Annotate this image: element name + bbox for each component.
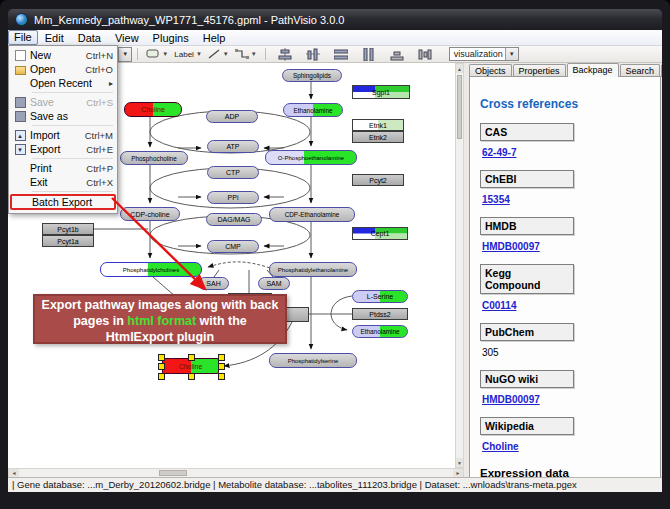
file-menu-item-save-as[interactable]: Save as xyxy=(10,109,116,123)
pathway-node-phosphatidylcholines[interactable]: Phosphatidylcholines xyxy=(100,262,202,277)
connector-icon xyxy=(235,48,249,60)
reference-value[interactable]: 15354 xyxy=(482,194,660,205)
selection-handle[interactable] xyxy=(218,373,225,380)
pathway-node-etnk1[interactable]: Etnk1 xyxy=(352,119,404,131)
pathway-node-choline[interactable]: Choline xyxy=(124,102,182,117)
pathway-node-sphingolipids[interactable]: Sphingolipids xyxy=(282,69,342,82)
stack-vertical-button[interactable] xyxy=(417,47,433,62)
stack-horizontal-icon xyxy=(390,48,404,61)
selection-handle[interactable] xyxy=(188,373,195,380)
pathway-node-cdp-ethanolamine[interactable]: CDP-Ethanolamine xyxy=(269,207,355,222)
reference-value[interactable]: 62-49-7 xyxy=(482,147,660,158)
chevron-down-icon[interactable]: ▼ xyxy=(505,48,518,60)
file-menu-item-print[interactable]: PrintCtrl+P xyxy=(10,161,116,175)
selection-handle[interactable] xyxy=(188,354,195,361)
selection-handle[interactable] xyxy=(158,373,165,380)
reference-link[interactable]: HMDB00097 xyxy=(482,394,540,405)
selection-handle[interactable] xyxy=(218,363,225,370)
pathway-node-phosphatidylethanolamine[interactable]: Phosphatidylethanolamine xyxy=(269,262,357,277)
scrollbar-thumb[interactable] xyxy=(159,470,187,476)
pathway-node-pcyt1b[interactable]: Pcyt1b xyxy=(42,223,94,235)
menu-plugins[interactable]: Plugins xyxy=(146,31,196,45)
file-menu-item-label: Exit xyxy=(30,176,86,188)
toolbar-separator xyxy=(265,48,266,60)
pathway-node-l-serine[interactable]: L-Serine xyxy=(352,290,408,303)
reference-value[interactable]: C00114 xyxy=(482,300,660,311)
reference-link[interactable]: HMDB00097 xyxy=(482,241,540,252)
stack-horizontal-button[interactable] xyxy=(389,47,405,62)
pathway-node-cmp[interactable]: CMP xyxy=(207,240,259,253)
pathway-node-phosphatidylserine[interactable]: Phosphatidylserine xyxy=(269,353,357,368)
pathway-node-phosphocholine[interactable]: Phosphocholine xyxy=(120,151,188,165)
chevron-down-icon[interactable]: ▼ xyxy=(251,51,257,57)
reference-value[interactable]: Choline xyxy=(482,441,660,452)
scrollbar-thumb[interactable] xyxy=(457,75,462,139)
scroll-left-icon[interactable]: ◄ xyxy=(9,469,19,477)
pathway-node-ethanolamine[interactable]: Ethanolamine xyxy=(283,103,343,117)
visualization-combobox[interactable]: visualization ▼ xyxy=(449,47,519,61)
scroll-up-icon[interactable]: ▲ xyxy=(456,64,463,73)
chevron-down-icon[interactable]: ▼ xyxy=(223,51,229,57)
scroll-down-icon[interactable]: ▼ xyxy=(456,458,463,467)
menu-file[interactable]: File xyxy=(8,30,38,45)
menu-help[interactable]: Help xyxy=(196,31,233,45)
file-menu-item-save[interactable]: SaveCtrl+S xyxy=(10,95,116,109)
chevron-down-icon[interactable]: ▼ xyxy=(196,51,202,57)
title-bar[interactable]: Mm_Kennedy_pathway_WP1771_45176.gpml - P… xyxy=(8,9,662,30)
reference-link[interactable]: C00114 xyxy=(482,300,516,311)
file-menu-item-open-recent[interactable]: Open Recent▸ xyxy=(10,76,116,90)
line-tool-button[interactable]: ▼ xyxy=(207,47,230,62)
pathway-node-cept1[interactable]: Cept1 xyxy=(352,227,408,240)
file-menu-item-open[interactable]: OpenCtrl+O xyxy=(10,62,116,76)
selection-handle[interactable] xyxy=(218,354,225,361)
pathway-node-dag-mag[interactable]: DAG/MAG xyxy=(206,213,262,226)
pathway-node-pcyt2[interactable]: Pcyt2 xyxy=(352,174,404,186)
pathway-node-ptdss2[interactable]: Ptdss2 xyxy=(352,308,408,320)
align-center-button[interactable] xyxy=(277,47,293,62)
align-middle-button[interactable] xyxy=(305,47,321,62)
canvas-vertical-scrollbar[interactable]: ▲ ▼ xyxy=(455,63,464,468)
file-menu-item-exit[interactable]: ExitCtrl+X xyxy=(10,175,116,189)
distribute-horizontal-button[interactable] xyxy=(333,47,349,62)
chevron-down-icon[interactable]: ▼ xyxy=(118,48,131,61)
shortcut-text: Ctrl+N xyxy=(86,50,113,61)
pathway-node-o-phosphoethanolamine[interactable]: O-Phosphoethanolamine xyxy=(265,150,357,165)
file-menu-item-export[interactable]: ▼ExportCtrl+E xyxy=(10,142,116,156)
reference-link[interactable]: 15354 xyxy=(482,194,510,205)
pathway-node-sgpl1[interactable]: Sgpl1 xyxy=(352,85,410,99)
distribute-vertical-button[interactable] xyxy=(361,47,377,62)
reference-link[interactable]: Choline xyxy=(482,441,519,452)
pathway-node-ppi[interactable]: PPi xyxy=(207,191,259,204)
file-menu-item-import[interactable]: ▲ImportCtrl+M xyxy=(10,128,116,142)
pathway-node-etnk2[interactable]: Etnk2 xyxy=(352,131,404,143)
scroll-right-icon[interactable]: ► xyxy=(453,469,463,477)
menu-bar: FileEditDataViewPluginsHelp xyxy=(8,30,662,46)
selection-handle[interactable] xyxy=(158,354,165,361)
pathway-node-atp[interactable]: ATP xyxy=(207,140,259,153)
reference-value[interactable]: HMDB00097 xyxy=(482,394,660,405)
chevron-down-icon[interactable]: ▼ xyxy=(162,51,168,57)
menu-data[interactable]: Data xyxy=(71,31,108,45)
menu-view[interactable]: View xyxy=(108,31,146,45)
pathway-node-adp[interactable]: ADP xyxy=(206,110,258,123)
reference-link[interactable]: 62-49-7 xyxy=(482,147,516,158)
tab-legend[interactable]: Legend xyxy=(661,64,662,77)
label-tool-button[interactable]: Label ▼ xyxy=(173,47,203,62)
pathway-node-pcyt1a[interactable]: Pcyt1a xyxy=(42,235,94,247)
selection-handle[interactable] xyxy=(158,363,165,370)
reference-source-header: Wikipedia xyxy=(480,417,574,435)
pathway-node-ctp[interactable]: CTP xyxy=(207,166,259,179)
file-menu-item-new[interactable]: NewCtrl+N xyxy=(10,48,116,62)
pathway-node-cdp-choline[interactable]: CDP-choline xyxy=(120,207,180,221)
datanode-tool-button[interactable]: ▼ xyxy=(145,47,169,62)
reference-value[interactable]: HMDB00097 xyxy=(482,241,660,252)
file-menu-item-batch-export[interactable]: Batch Export xyxy=(10,194,116,210)
pathway-node-sam[interactable]: SAM xyxy=(258,277,290,290)
file-menu-item-label: Save xyxy=(30,96,86,108)
visualization-value: visualization xyxy=(450,49,505,59)
pathway-node-sah[interactable]: SAH xyxy=(198,277,229,290)
menu-edit[interactable]: Edit xyxy=(38,31,71,45)
tab-backpage[interactable]: Backpage xyxy=(567,63,619,77)
pathway-node-ethanolamine[interactable]: Ethanolamine xyxy=(352,325,408,338)
connector-tool-button[interactable]: ▼ xyxy=(234,47,258,62)
